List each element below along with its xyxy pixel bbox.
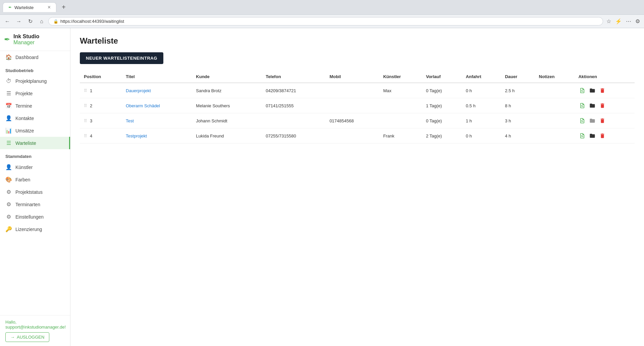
sidebar-section-stammdaten: Stammdaten bbox=[0, 149, 70, 161]
list-icon: ☰ bbox=[5, 140, 12, 146]
sidebar-label-farben: Farben bbox=[15, 177, 30, 182]
cell-titel[interactable]: Dauerprojekt bbox=[122, 83, 192, 98]
cell-kunstler: Max bbox=[379, 83, 422, 98]
active-tab[interactable]: ✒ Warteliste × bbox=[3, 2, 56, 12]
drag-handle[interactable]: ⠿ bbox=[84, 133, 87, 138]
sidebar-label-projektplanung: Projektplanung bbox=[15, 78, 47, 84]
cell-aktionen bbox=[574, 98, 635, 113]
sidebar-item-kontakte[interactable]: 👤 Kontakte bbox=[0, 112, 70, 124]
back-button[interactable]: ← bbox=[3, 17, 12, 26]
tab-title: Warteliste bbox=[14, 5, 34, 10]
delete-button[interactable] bbox=[598, 86, 606, 95]
cell-telefon: 04209/3874721 bbox=[262, 83, 325, 98]
cell-kunstler bbox=[379, 98, 422, 113]
browser-action-buttons: ☆ ⚡ ⋯ ⚙ bbox=[605, 17, 641, 26]
export-button[interactable] bbox=[578, 102, 586, 110]
sidebar-label-projektstatus: Projektstatus bbox=[15, 189, 43, 195]
cell-position: ⠿3 bbox=[80, 113, 122, 128]
settings-button[interactable]: ⚙ bbox=[634, 17, 641, 26]
sidebar-item-einstellungen[interactable]: ⚙ Einstellungen bbox=[0, 211, 70, 223]
sidebar-label-terminarten: Terminarten bbox=[15, 202, 40, 207]
logo-icon: ✒ bbox=[4, 35, 10, 44]
sidebar-label-einstellungen: Einstellungen bbox=[15, 214, 44, 220]
new-entry-button[interactable]: NEUER WARTELISTENEINTRAG bbox=[80, 52, 163, 64]
clock-icon: ⏱ bbox=[5, 78, 12, 84]
sidebar-item-lizenzierung[interactable]: 🔑 Lizenzierung bbox=[0, 223, 70, 235]
col-position: Position bbox=[80, 71, 122, 83]
cell-mobil: 0174854568 bbox=[325, 113, 379, 128]
app-container: ✒ Ink Studio Manager 🏠 Dashboard Studiob… bbox=[0, 28, 644, 346]
cell-notizen bbox=[535, 113, 575, 128]
sidebar-item-farben[interactable]: 🎨 Farben bbox=[0, 173, 70, 186]
key-icon: 🔑 bbox=[5, 226, 12, 232]
sidebar-item-terminarten[interactable]: ⚙ Terminarten bbox=[0, 198, 70, 211]
logout-button[interactable]: → AUSLOGGEN bbox=[5, 332, 49, 342]
new-tab-button[interactable]: + bbox=[59, 2, 68, 12]
drag-handle[interactable]: ⠿ bbox=[84, 103, 87, 108]
home-button[interactable]: ⌂ bbox=[37, 17, 46, 26]
sidebar-item-kunstler[interactable]: 👤 Künstler bbox=[0, 161, 70, 173]
cell-position: ⠿4 bbox=[80, 128, 122, 143]
folder-button[interactable] bbox=[588, 132, 596, 140]
sidebar: ✒ Ink Studio Manager 🏠 Dashboard Studiob… bbox=[0, 28, 70, 346]
cell-kunde: Melanie Southers bbox=[192, 98, 262, 113]
cell-kunstler: Frank bbox=[379, 128, 422, 143]
col-anfahrt: Anfahrt bbox=[462, 71, 501, 83]
waitlist-table-wrapper: Position Titel Kunde Telefon Mobil Künst… bbox=[80, 71, 635, 143]
cell-notizen bbox=[535, 83, 575, 98]
calendar-icon: 📅 bbox=[5, 103, 12, 109]
sidebar-item-projektplanung[interactable]: ⏱ Projektplanung bbox=[0, 75, 70, 87]
cell-kunde: Johann Schmidt bbox=[192, 113, 262, 128]
sidebar-label-kunstler: Künstler bbox=[15, 165, 33, 170]
sidebar-item-umsatze[interactable]: 📊 Umsätze bbox=[0, 124, 70, 137]
sidebar-section-studiobetrieb: Studiobetrieb bbox=[0, 63, 70, 75]
bookmark-button[interactable]: ☆ bbox=[605, 17, 612, 26]
logout-icon: → bbox=[10, 335, 15, 340]
cell-position: ⠿1 bbox=[80, 83, 122, 98]
export-button[interactable] bbox=[578, 117, 586, 125]
delete-button[interactable] bbox=[598, 102, 606, 110]
folder-button[interactable] bbox=[588, 102, 596, 110]
col-vorlauf: Vorlauf bbox=[422, 71, 462, 83]
user-email: Hallo, support@inkstudiomanager.de! bbox=[5, 320, 65, 330]
delete-button[interactable] bbox=[598, 132, 606, 140]
folder-button[interactable] bbox=[588, 117, 596, 125]
more-button[interactable]: ⋯ bbox=[625, 17, 633, 26]
sidebar-label-lizenzierung: Lizenzierung bbox=[15, 227, 42, 232]
cell-titel[interactable]: Test bbox=[122, 113, 192, 128]
col-notizen: Notizen bbox=[535, 71, 575, 83]
cell-mobil bbox=[325, 98, 379, 113]
home-icon: 🏠 bbox=[5, 54, 12, 60]
collection-button[interactable]: ⚡ bbox=[614, 17, 623, 26]
col-dauer: Dauer bbox=[501, 71, 535, 83]
cell-notizen bbox=[535, 98, 575, 113]
cell-dauer: 2.5 h bbox=[501, 83, 535, 98]
cell-aktionen bbox=[574, 113, 635, 128]
export-button[interactable] bbox=[578, 132, 586, 140]
folder-button[interactable] bbox=[588, 86, 596, 95]
cell-anfahrt: 0.5 h bbox=[462, 98, 501, 113]
forward-button[interactable]: → bbox=[14, 17, 23, 26]
drag-handle[interactable]: ⠿ bbox=[84, 118, 87, 123]
tab-favicon: ✒ bbox=[8, 5, 12, 10]
sidebar-label-kontakte: Kontakte bbox=[15, 116, 34, 121]
col-kunde: Kunde bbox=[192, 71, 262, 83]
reload-button[interactable]: ↻ bbox=[25, 17, 35, 26]
cell-anfahrt: 0 h bbox=[462, 83, 501, 98]
cell-telefon bbox=[262, 113, 325, 128]
sidebar-item-projektstatus[interactable]: ⚙ Projektstatus bbox=[0, 186, 70, 198]
cell-titel[interactable]: Oberarm Schädel bbox=[122, 98, 192, 113]
terminarten-icon: ⚙ bbox=[5, 201, 12, 208]
cell-titel[interactable]: Testprojekt bbox=[122, 128, 192, 143]
url-bar[interactable]: 🔒 https://localhost:44393/waitinglist bbox=[48, 17, 603, 25]
sidebar-item-warteliste[interactable]: ☰ Warteliste bbox=[0, 137, 70, 149]
tab-close-button[interactable]: × bbox=[48, 5, 51, 10]
export-button[interactable] bbox=[578, 86, 586, 95]
sidebar-item-dashboard[interactable]: 🏠 Dashboard bbox=[0, 51, 70, 63]
sidebar-item-termine[interactable]: 📅 Termine bbox=[0, 100, 70, 112]
drag-handle[interactable]: ⠿ bbox=[84, 88, 87, 93]
cell-anfahrt: 1 h bbox=[462, 113, 501, 128]
url-text: https://localhost:44393/waitinglist bbox=[60, 19, 124, 24]
sidebar-item-projekte[interactable]: ☰ Projekte bbox=[0, 87, 70, 100]
delete-button[interactable] bbox=[598, 117, 606, 125]
